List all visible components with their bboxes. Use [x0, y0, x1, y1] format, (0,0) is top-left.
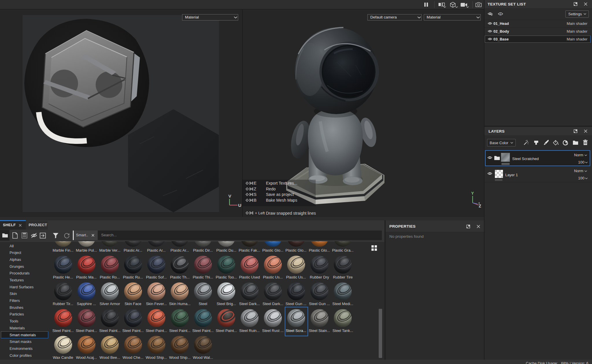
svg-text:U: U	[238, 203, 241, 208]
svg-text:Z: Z	[479, 204, 481, 208]
svg-text:1: 1	[500, 13, 501, 16]
svg-text:Y: Y	[471, 191, 474, 196]
svg-text:V: V	[228, 194, 231, 198]
